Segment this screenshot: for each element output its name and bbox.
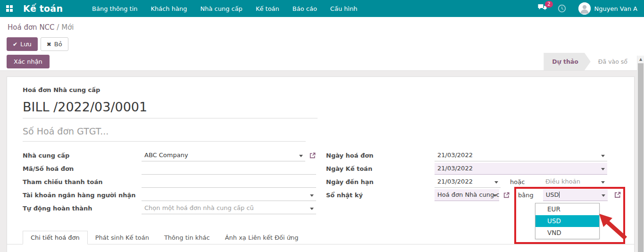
chevron-down-icon[interactable] [310,208,314,210]
invoice-sheet: Hoá đơn Nhà cung cấp BILL /2022/03/0001 … [7,76,635,252]
breadcrumb: Hoá đơn NCC / Mới [8,23,74,32]
due-date-label: Ngày đến hạn [326,178,435,185]
text-cursor [559,192,560,198]
journal-external-link-icon[interactable] [503,192,510,199]
tab-journal-items[interactable]: Phát sinh Kế toán [88,231,157,244]
tab-counterpart-mapping[interactable]: Ánh xạ Liên kết Đối ứng [217,231,306,244]
currency-option-vnd[interactable]: VND [535,227,599,239]
menu-item-configuration[interactable]: Cấu hình [324,0,364,17]
chevron-down-icon[interactable] [601,181,605,184]
chevron-down-icon[interactable] [601,155,605,157]
user-avatar[interactable] [578,2,591,15]
breadcrumb-separator: / [57,23,59,32]
field-row-due-date: Ngày đến hạn 21/03/2022 hoặc Điều khoản [326,175,607,188]
messages-badge: 2 [545,1,552,8]
field-row-journal: Sổ nhật ký Hoá đơn Nhà cung cấ bằng USD [326,188,607,202]
or-label: hoặc [510,178,525,185]
chevron-down-icon[interactable] [601,168,605,170]
field-row-recipient-bank: Tài khoản ngân hàng người nhận [23,188,316,202]
autocomplete-select[interactable]: Chọn một hoá đơn nhà cung cấp cũ [142,202,316,214]
bill-ref-label: Mã/Số hoá đơn [23,165,142,172]
form-view: Hoá đơn Nhà cung cấp BILL /2022/03/0001 … [0,71,637,252]
main-menu: Bảng thông tin Khách hàng Nhà cung cấp K… [85,0,364,17]
payment-ref-label: Tham chiếu thanh toán [23,178,142,185]
chevron-down-icon[interactable] [310,194,314,197]
field-row-invoice-date: Ngày hoá đơn 21/03/2022 [326,149,607,162]
chevron-down-icon[interactable] [494,181,498,184]
discard-button-label: Bỏ [54,41,62,48]
bill-ref-input[interactable] [142,163,316,175]
user-menu[interactable]: Nguyen Van A [594,5,637,12]
currency-option-eur[interactable]: EUR [535,203,599,215]
breadcrumb-current: Mới [61,23,74,32]
invoice-date-label: Ngày hoá đơn [326,152,435,159]
menu-item-accounting[interactable]: Kế toán [249,0,286,17]
menu-item-dashboard[interactable]: Bảng thông tin [85,0,144,17]
app-title[interactable]: Kế toán [23,3,63,14]
accounting-date-input[interactable]: 21/03/2022 [435,163,607,175]
save-button-label: Lưu [20,41,32,48]
vendor-external-link-icon[interactable] [309,152,316,159]
apps-grid-icon[interactable] [6,5,13,12]
chevron-down-icon[interactable] [299,155,303,157]
activities-clock-icon[interactable] [558,4,566,13]
doc-number-field[interactable]: BILL /2022/03/0001 [23,100,318,118]
autocomplete-label: Tự động hoàn thành [23,205,142,212]
field-row-bill-ref: Mã/Số hoá đơn [23,162,316,175]
field-row-accounting-date: Ngày Kế toán 21/03/2022 [326,162,607,175]
close-icon: ✖ [47,41,51,48]
save-button[interactable]: ✔ Lưu [7,37,38,51]
tab-invoice-lines[interactable]: Chi tiết hoá đơn [23,231,88,244]
discard-button[interactable]: ✖ Bỏ [41,37,68,51]
accounting-date-label: Ngày Kế toán [326,165,435,172]
payment-terms-select[interactable]: Điều khoản [543,176,607,188]
field-row-vendor: Nhà cung cấp ABC Company [23,149,316,162]
menu-item-vendors[interactable]: Nhà cung cấp [193,0,249,17]
check-icon: ✔ [13,41,17,48]
payment-ref-input[interactable] [142,176,316,188]
control-panel: Hoá đơn NCC / Mới ✔ Lưu ✖ Bỏ [0,17,644,53]
menu-item-reports[interactable]: Báo cáo [286,0,324,17]
scroll-up-arrow-icon[interactable]: ▲ [637,56,644,63]
currency-dropdown: EUR USD VND [535,203,600,239]
chevron-down-icon[interactable] [602,194,605,197]
due-date-input[interactable]: 21/03/2022 [435,176,501,188]
currency-option-usd[interactable]: USD [535,215,599,227]
recipient-bank-select[interactable] [142,189,316,201]
menu-item-customers[interactable]: Khách hàng [144,0,193,17]
field-row-payment-ref: Tham chiếu thanh toán [23,175,316,188]
chevron-down-icon[interactable] [493,194,497,197]
doc-type-label: Hoá đơn Nhà cung cấp [23,86,100,93]
scrollbar-thumb[interactable] [638,63,644,252]
journal-select[interactable]: Hoá đơn Nhà cung cấ [435,189,499,201]
top-navbar: Kế toán Bảng thông tin Khách hàng Nhà cu… [0,0,644,17]
currency-external-link-icon[interactable] [614,191,621,199]
messages-icon[interactable]: 2 [537,4,547,14]
status-posted[interactable]: Đã vào sổ [591,53,637,70]
invoice-date-input[interactable]: 21/03/2022 [435,150,607,161]
vendor-select[interactable]: ABC Company [142,150,305,161]
confirm-button[interactable]: Xác nhận [7,55,50,68]
currency-prefix-label: bằng [518,192,534,199]
tab-other-info[interactable]: Thông tin khác [157,231,217,244]
journal-label: Sổ nhật ký [326,192,435,199]
field-row-autocomplete: Tự động hoàn thành Chọn một hoá đơn nhà … [23,202,316,215]
vendor-label: Nhà cung cấp [23,152,142,159]
vertical-scrollbar[interactable]: ▲ [637,56,644,252]
breadcrumb-parent[interactable]: Hoá đơn NCC [8,23,55,32]
currency-input[interactable]: USD [543,189,608,201]
recipient-bank-label: Tài khoản ngân hàng người nhận [23,192,142,199]
gtgt-number-input[interactable]: Số Hoá đơn GTGT... [23,123,306,142]
form-statusbar: Xác nhận Dự thảo Đã vào sổ [0,53,637,71]
status-draft[interactable]: Dự thảo [544,53,591,70]
